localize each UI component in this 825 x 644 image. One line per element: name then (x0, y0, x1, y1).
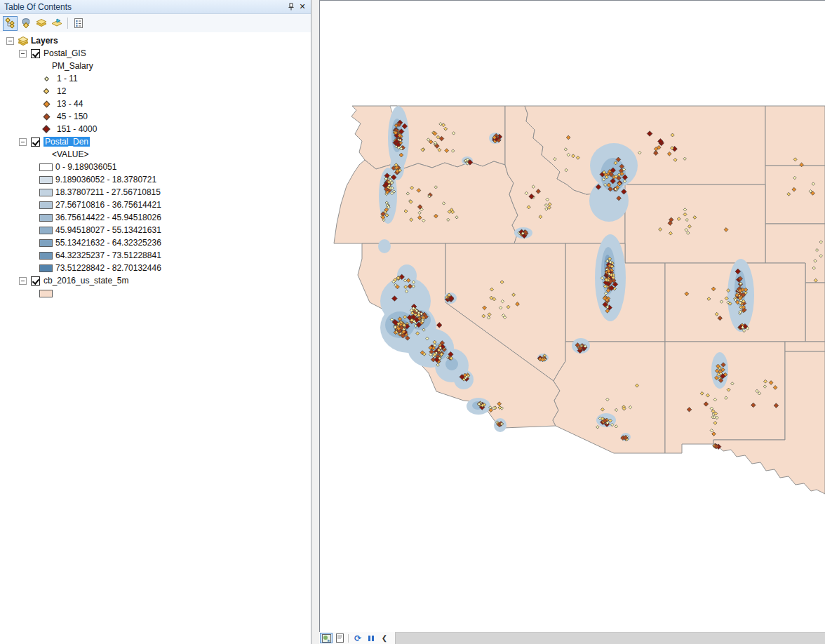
class-symbol-diamond (43, 113, 50, 120)
class-label: 12 (57, 86, 66, 96)
class-symbol-swatch (39, 214, 53, 222)
options-icon[interactable] (71, 16, 86, 31)
legend-item-12[interactable]: 12 (0, 85, 311, 98)
legend-item-0-9-189036051[interactable]: 0 - 9.189036051 (0, 161, 311, 173)
class-label: 73.51228842 - 82.70132446 (55, 263, 161, 273)
refresh-icon[interactable]: ⟳ (351, 633, 364, 643)
state-arizona (553, 342, 665, 453)
class-label: 18.37807211 - 27.56710815 (55, 187, 161, 197)
class-symbol-diamond (42, 125, 50, 133)
layer-visibility-checkbox[interactable] (31, 49, 40, 58)
list-by-selection-icon[interactable] (49, 16, 64, 31)
class-symbol-swatch (39, 201, 53, 209)
state-oregon (334, 160, 518, 243)
class-symbol-swatch (39, 290, 53, 297)
layer-visibility-checkbox[interactable] (31, 137, 40, 147)
class-label: 36.75614422 - 45.94518026 (55, 213, 161, 222)
layer-visibility-checkbox[interactable] (31, 276, 40, 286)
data-view-icon[interactable] (320, 633, 333, 643)
class-label: 45 - 150 (57, 112, 88, 121)
statusbar-separator (348, 634, 349, 643)
map-canvas[interactable] (320, 1, 825, 632)
legend-item-45-94518027-55-13421631[interactable]: 45.94518027 - 55.13421631 (0, 224, 311, 236)
layer-label[interactable]: Postal_Den (43, 137, 90, 147)
class-symbol-diamond (43, 76, 48, 81)
legend-item-45-150[interactable]: 45 - 150 (0, 110, 311, 123)
class-symbol-swatch (39, 189, 53, 196)
state-south-dakota (765, 166, 825, 224)
group-label: Layers (31, 36, 58, 46)
state-washington (351, 106, 505, 169)
arcmap-window: Table Of Contents ✕ LayersPostal_GISPM_S… (0, 0, 825, 644)
state-north-dakota (765, 106, 825, 166)
state-kansas (805, 283, 825, 342)
toolbar-separator (67, 18, 68, 29)
state-wyoming (625, 185, 765, 263)
class-label: 27.56710816 - 36.75614421 (55, 200, 161, 210)
legend-item-73-51228842-82-70132446[interactable]: 73.51228842 - 82.70132446 (0, 262, 311, 274)
legend-item-27-56710816-36-75614421[interactable]: 27.56710816 - 36.75614421 (0, 199, 311, 211)
class-symbol-diamond (43, 100, 50, 107)
class-symbol-swatch (39, 252, 53, 260)
scroll-left-icon[interactable]: ❮ (378, 633, 391, 643)
class-symbol-swatch (39, 239, 53, 247)
class-label: 0 - 9.189036051 (55, 162, 116, 172)
legend-item-pm-salary[interactable]: PM_Salary (0, 60, 311, 72)
class-label: 64.32325237 - 73.51228841 (55, 250, 161, 260)
pin-icon[interactable] (286, 1, 297, 12)
class-label: 1 - 11 (57, 74, 78, 83)
legend-item-64-32325237-73-51228841[interactable]: 64.32325237 - 73.51228841 (0, 249, 311, 262)
legend-item-151-4000[interactable]: 151 - 4000 (0, 123, 311, 135)
class-label: 13 - 44 (57, 99, 83, 109)
legend-item-9-189036052-18-3780721[interactable]: 9.189036052 - 18.3780721 (0, 173, 311, 186)
class-symbol-diamond (43, 88, 49, 94)
symbology-field-label: PM_Salary (52, 61, 93, 71)
list-by-visibility-icon[interactable] (34, 16, 48, 31)
expand-collapse-icon[interactable] (19, 50, 27, 58)
expand-collapse-icon[interactable] (19, 138, 27, 146)
layout-view-icon[interactable] (333, 633, 346, 643)
legend-item-18-37807211-27-56710815[interactable]: 18.37807211 - 27.56710815 (0, 186, 311, 199)
class-label: 151 - 4000 (57, 124, 97, 134)
class-symbol-swatch (39, 163, 53, 171)
symbology-field-label: <VALUE> (52, 149, 88, 159)
legend-item-55-13421632-64-32325236[interactable]: 55.13421632 - 64.32325236 (0, 236, 311, 249)
table-of-contents-panel: Table Of Contents ✕ LayersPostal_GISPM_S… (0, 0, 311, 644)
class-label: 45.94518027 - 55.13421631 (55, 225, 161, 235)
list-by-source-icon[interactable] (18, 16, 33, 31)
layer-label[interactable]: Postal_GIS (43, 48, 86, 58)
expand-collapse-icon[interactable] (6, 37, 14, 45)
pause-icon[interactable] (365, 633, 377, 643)
close-icon[interactable]: ✕ (297, 1, 308, 12)
map-view-toolbar: ⟳❮ (319, 632, 825, 644)
class-label: 55.13421632 - 64.32325236 (55, 238, 161, 248)
list-by-drawing-order-icon[interactable] (3, 16, 18, 31)
legend-item-blank[interactable] (0, 287, 311, 300)
tree-item-postal-den[interactable]: Postal_Den (0, 135, 311, 148)
tree-item-layers[interactable]: Layers (0, 34, 311, 47)
legend-item-13-44[interactable]: 13 - 44 (0, 98, 311, 110)
toc-layer-tree: LayersPostal_GISPM_Salary1 - 111213 - 44… (0, 32, 311, 644)
legend-item-36-75614422-45-94518026[interactable]: 36.75614422 - 45.94518026 (0, 211, 311, 224)
map-data-view[interactable] (319, 0, 825, 632)
toc-toolbar (0, 14, 311, 33)
state-oklahoma (785, 342, 825, 351)
map-panel: ⟳❮ (319, 0, 825, 644)
tree-item-postal-gis[interactable]: Postal_GIS (0, 47, 311, 60)
layer-label[interactable]: cb_2016_us_state_5m (43, 276, 128, 286)
class-symbol-swatch (39, 176, 53, 184)
tree-item-cb-2016-us-state-5m[interactable]: cb_2016_us_state_5m (0, 274, 311, 287)
class-symbol-swatch (39, 227, 53, 234)
horizontal-scrollbar[interactable] (395, 632, 825, 644)
legend-item-value[interactable]: <VALUE> (0, 148, 311, 161)
class-label: 9.189036052 - 18.3780721 (55, 175, 156, 185)
expand-collapse-icon[interactable] (19, 277, 27, 285)
class-symbol-swatch (39, 264, 53, 272)
legend-item-1-11[interactable]: 1 - 11 (0, 72, 311, 85)
toc-titlebar: Table Of Contents ✕ (0, 0, 311, 14)
group-layer-icon (17, 36, 29, 46)
toc-panel-title: Table Of Contents (4, 2, 286, 12)
